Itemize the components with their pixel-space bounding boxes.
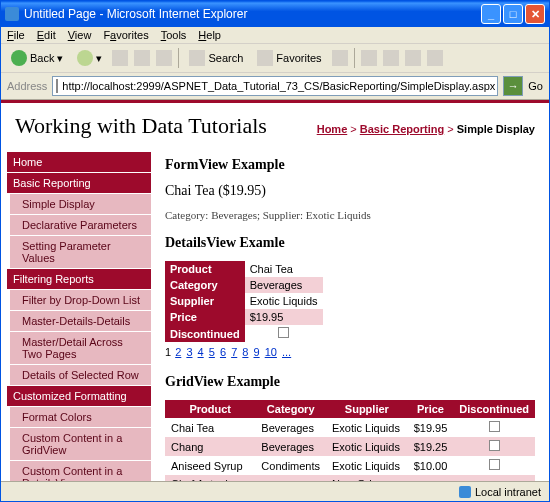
search-icon bbox=[189, 50, 205, 66]
sidebar-item[interactable]: Custom Content in a GridView bbox=[7, 428, 151, 460]
crumb-home[interactable]: Home bbox=[317, 123, 348, 135]
menubar: File Edit View Favorites Tools Help bbox=[1, 27, 549, 44]
dv-header: Price bbox=[165, 309, 245, 325]
print-icon[interactable] bbox=[383, 50, 399, 66]
gv-header: Supplier bbox=[326, 400, 408, 418]
dv-value: $19.95 bbox=[245, 309, 323, 325]
pager-link[interactable]: 6 bbox=[220, 346, 226, 358]
sidebar-item[interactable]: Master/Detail Across Two Pages bbox=[7, 332, 151, 364]
table-row: Chef Anton's Cajun SeasoningCondimentsNe… bbox=[165, 475, 535, 481]
forward-icon bbox=[77, 50, 93, 66]
separator bbox=[178, 48, 179, 68]
pager-link[interactable]: 9 bbox=[254, 346, 260, 358]
sidebar-category[interactable]: Home bbox=[7, 152, 151, 172]
checkbox bbox=[278, 327, 289, 338]
menu-tools[interactable]: Tools bbox=[161, 29, 187, 41]
sidebar-item[interactable]: Filter by Drop-Down List bbox=[7, 290, 151, 310]
pager-link[interactable]: 7 bbox=[231, 346, 237, 358]
crumb-current: Simple Display bbox=[457, 123, 535, 135]
pager-link[interactable]: ... bbox=[282, 346, 291, 358]
sidebar-item[interactable]: Custom Content in a DetailsView bbox=[7, 461, 151, 481]
formview-meta: Category: Beverages; Supplier: Exotic Li… bbox=[165, 209, 535, 221]
sidebar-item[interactable]: Simple Display bbox=[7, 194, 151, 214]
discuss-icon[interactable] bbox=[427, 50, 443, 66]
dv-header: Supplier bbox=[165, 293, 245, 309]
table-row: Chai TeaBeveragesExotic Liquids$19.95 bbox=[165, 418, 535, 437]
sidebar-item[interactable]: Format Colors bbox=[7, 407, 151, 427]
sidebar-category[interactable]: Customized Formatting bbox=[7, 386, 151, 406]
back-label: Back bbox=[30, 52, 54, 64]
window-title: Untitled Page - Microsoft Internet Explo… bbox=[24, 7, 481, 21]
dv-value bbox=[245, 325, 323, 342]
menu-favorites[interactable]: Favorites bbox=[103, 29, 148, 41]
search-button[interactable]: Search bbox=[185, 48, 247, 68]
detailsview-table: ProductChai TeaCategoryBeveragesSupplier… bbox=[165, 261, 323, 342]
sidebar-item[interactable]: Declarative Parameters bbox=[7, 215, 151, 235]
refresh-icon[interactable] bbox=[134, 50, 150, 66]
formview-title: Chai Tea ($19.95) bbox=[165, 183, 535, 199]
detailsview-heading: DetailsView Examle bbox=[165, 235, 535, 251]
sidebar-item[interactable]: Master-Details-Details bbox=[7, 311, 151, 331]
address-bar: Address http://localhost:2999/ASPNET_Dat… bbox=[1, 73, 549, 100]
table-row: ChangBeveragesExotic Liquids$19.25 bbox=[165, 437, 535, 456]
formview-heading: FormView Example bbox=[165, 157, 535, 173]
breadcrumb: Home > Basic Reporting > Simple Display bbox=[317, 123, 535, 135]
page-title: Working with Data Tutorials bbox=[15, 113, 267, 139]
pager-link[interactable]: 4 bbox=[198, 346, 204, 358]
sidebar-item[interactable]: Setting Parameter Values bbox=[7, 236, 151, 268]
page-icon bbox=[56, 79, 58, 93]
toolbar: Back ▾ ▾ Search Favorites bbox=[1, 44, 549, 73]
sidebar-item[interactable]: Details of Selected Row bbox=[7, 365, 151, 385]
edit-icon[interactable] bbox=[405, 50, 421, 66]
menu-view[interactable]: View bbox=[68, 29, 92, 41]
main-content: FormView Example Chai Tea ($19.95) Categ… bbox=[151, 145, 549, 481]
forward-button[interactable]: ▾ bbox=[73, 48, 106, 68]
minimize-button[interactable]: _ bbox=[481, 4, 501, 24]
back-icon bbox=[11, 50, 27, 66]
dv-header: Category bbox=[165, 277, 245, 293]
pager: 1 2 3 4 5 6 7 8 9 10 ... bbox=[165, 346, 535, 358]
pager-link[interactable]: 2 bbox=[175, 346, 181, 358]
go-button[interactable]: → bbox=[503, 76, 523, 96]
favorites-button[interactable]: Favorites bbox=[253, 48, 325, 68]
menu-edit[interactable]: Edit bbox=[37, 29, 56, 41]
pager-link[interactable]: 10 bbox=[265, 346, 277, 358]
gv-header: Category bbox=[255, 400, 326, 418]
zone-icon bbox=[459, 486, 471, 498]
dv-header: Discontinued bbox=[165, 325, 245, 342]
checkbox bbox=[489, 440, 500, 451]
go-label: Go bbox=[528, 80, 543, 92]
menu-help[interactable]: Help bbox=[198, 29, 221, 41]
pager-current: 1 bbox=[165, 346, 171, 358]
pager-link[interactable]: 8 bbox=[242, 346, 248, 358]
mail-icon[interactable] bbox=[361, 50, 377, 66]
search-label: Search bbox=[208, 52, 243, 64]
titlebar: Untitled Page - Microsoft Internet Explo… bbox=[1, 1, 549, 27]
history-icon[interactable] bbox=[332, 50, 348, 66]
gv-header: Price bbox=[408, 400, 454, 418]
dv-value: Exotic Liquids bbox=[245, 293, 323, 309]
dv-value: Beverages bbox=[245, 277, 323, 293]
gridview-heading: GridView Example bbox=[165, 374, 535, 390]
address-label: Address bbox=[7, 80, 47, 92]
pager-link[interactable]: 3 bbox=[186, 346, 192, 358]
sidebar-category[interactable]: Filtering Reports bbox=[7, 269, 151, 289]
crumb-basic-reporting[interactable]: Basic Reporting bbox=[360, 123, 444, 135]
checkbox bbox=[489, 421, 500, 432]
favorites-label: Favorites bbox=[276, 52, 321, 64]
menu-file[interactable]: File bbox=[7, 29, 25, 41]
pager-link[interactable]: 5 bbox=[209, 346, 215, 358]
close-button[interactable]: ✕ bbox=[525, 4, 545, 24]
sidebar: HomeBasic ReportingSimple DisplayDeclara… bbox=[1, 145, 151, 481]
content-area[interactable]: Working with Data Tutorials Home > Basic… bbox=[1, 100, 549, 481]
home-icon[interactable] bbox=[156, 50, 172, 66]
zone-label: Local intranet bbox=[475, 486, 541, 498]
back-button[interactable]: Back ▾ bbox=[7, 48, 67, 68]
sidebar-category[interactable]: Basic Reporting bbox=[7, 173, 151, 193]
table-row: Aniseed SyrupCondimentsExotic Liquids$10… bbox=[165, 456, 535, 475]
stop-icon[interactable] bbox=[112, 50, 128, 66]
maximize-button[interactable]: □ bbox=[503, 4, 523, 24]
ie-icon bbox=[5, 7, 19, 21]
gv-header: Discontinued bbox=[453, 400, 535, 418]
address-input[interactable]: http://localhost:2999/ASPNET_Data_Tutori… bbox=[52, 76, 498, 96]
